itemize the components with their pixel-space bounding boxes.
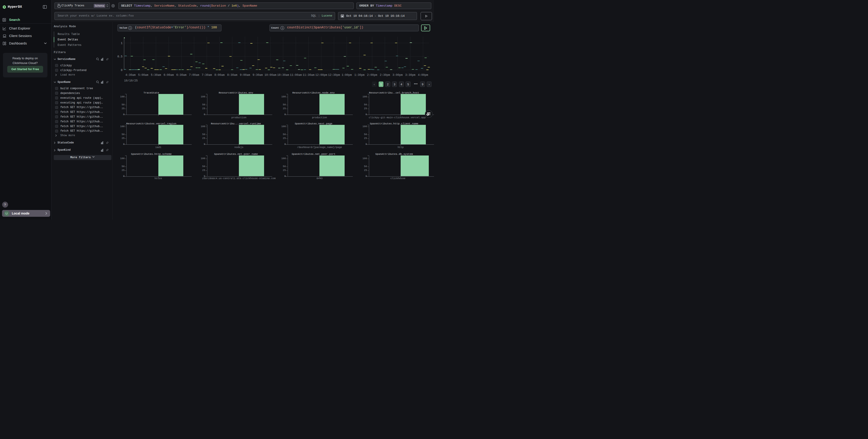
svg-text:4:30am: 4:30am: [125, 74, 136, 77]
svg-text:12:00pm: 12:00pm: [315, 74, 328, 77]
svg-text:10:00am: 10:00am: [265, 74, 277, 77]
svg-text:2:30pm: 2:30pm: [380, 74, 390, 77]
svg-text:0: 0: [121, 69, 123, 72]
svg-text:i: i: [129, 27, 131, 30]
svg-text:4:00pm: 4:00pm: [418, 74, 428, 77]
svg-text:8:30am: 8:30am: [227, 74, 237, 77]
svg-text:10/10/25: 10/10/25: [124, 79, 138, 82]
svg-text:5:30am: 5:30am: [151, 74, 161, 77]
svg-text:10:30am: 10:30am: [277, 74, 289, 77]
svg-text:6:30am: 6:30am: [176, 74, 186, 77]
svg-text:3:30pm: 3:30pm: [405, 74, 415, 77]
svg-text:7:30am: 7:30am: [202, 74, 212, 77]
svg-text:11:30am: 11:30am: [303, 74, 315, 77]
svg-text:5:00am: 5:00am: [138, 74, 148, 77]
svg-text:8:00am: 8:00am: [214, 74, 225, 77]
svg-text:i: i: [282, 27, 283, 30]
svg-text:9:30am: 9:30am: [252, 74, 263, 77]
svg-text:11:00am: 11:00am: [290, 74, 302, 77]
svg-text:1:00pm: 1:00pm: [342, 74, 352, 77]
svg-text:3:00pm: 3:00pm: [393, 74, 403, 77]
svg-text:6:00am: 6:00am: [163, 74, 174, 77]
svg-text:1:30pm: 1:30pm: [354, 74, 365, 77]
svg-text:7:00am: 7:00am: [189, 74, 199, 77]
svg-text:1: 1: [121, 42, 123, 45]
svg-text:2:00pm: 2:00pm: [367, 74, 377, 77]
svg-text:9:00am: 9:00am: [240, 74, 250, 77]
svg-text:0.5: 0.5: [117, 55, 123, 58]
svg-text:12:30pm: 12:30pm: [328, 74, 340, 77]
